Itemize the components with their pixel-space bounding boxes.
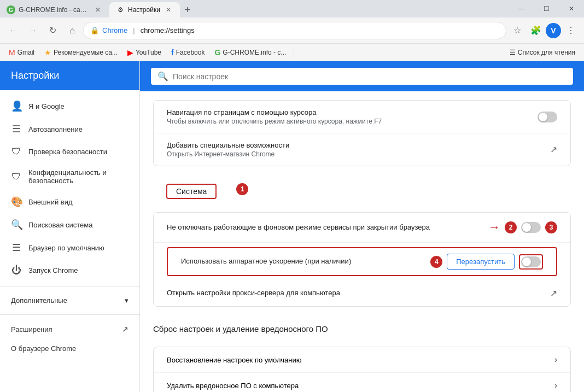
sidebar-item-security[interactable]: 🛡 Проверка безопасности [0, 141, 139, 163]
gmail-icon: M [9, 48, 15, 57]
restart-button[interactable]: Перезапустить [447, 254, 515, 270]
tab-gchrome-close[interactable]: ✕ [93, 5, 103, 15]
background-services-toggle[interactable] [521, 222, 541, 233]
sidebar-nav: 👤 Я и Google ☰ Автозаполнение 🛡 Проверка… [0, 90, 139, 362]
sidebar-extensions-label: Расширения [11, 325, 52, 334]
sidebar-item-extensions[interactable]: Расширения ↗ [0, 319, 139, 339]
accessibility-external-icon[interactable]: ↗ [550, 144, 557, 155]
bookmark-gchrome[interactable]: G G-CHROME.info - с... [210, 46, 290, 59]
window-controls: — ☐ ✕ [509, 0, 584, 17]
remove-chevron-icon: › [554, 381, 557, 390]
proxy-external-icon[interactable]: ↗ [550, 288, 557, 299]
search-bar-area: 🔍 [140, 61, 584, 91]
reading-list-label: Список для чтения [518, 49, 575, 56]
main-layout: Настройки 👤 Я и Google ☰ Автозаполнение … [0, 61, 584, 392]
tab-gchrome[interactable]: G G-CHROME.info - сайт о браузе... ✕ [0, 2, 109, 17]
sidebar: Настройки 👤 Я и Google ☰ Автозаполнение … [0, 61, 140, 392]
startup-icon: ⏻ [11, 265, 22, 276]
navigation-title: Навигация по страницам с помощью курсора [167, 108, 529, 116]
tab-settings-close[interactable]: ✕ [163, 5, 173, 15]
sidebar-additional-label: Дополнительные [11, 296, 67, 305]
tab-gchrome-label: G-CHROME.info - сайт о браузе... [19, 6, 90, 14]
recommended-icon: ★ [44, 48, 51, 57]
toolbar-icons: ☆ 🧩 V ⋮ [509, 22, 580, 39]
bookmark-gchrome-label: G-CHROME.info - с... [223, 49, 286, 56]
proxy-title: Открыть настройки прокси-сервера для ком… [167, 289, 541, 297]
sidebar-item-privacy[interactable]: 🛡 Конфиденциальность и безопасность [0, 163, 139, 190]
url-prefix: Chrome [102, 26, 127, 34]
sidebar-item-me-google-label: Я и Google [28, 102, 65, 110]
background-services-row: Не отключать работающие в фоновом режиме… [154, 213, 570, 243]
bookmark-facebook-label: Facebook [176, 49, 205, 56]
sidebar-additional[interactable]: Дополнительные ▾ [0, 291, 139, 310]
forward-button[interactable]: → [24, 22, 42, 39]
url-bar[interactable]: 🔒 Chrome | chrome://settings [83, 22, 506, 39]
bookmark-facebook[interactable]: f Facebook [167, 46, 209, 59]
accessibility-row: Добавить специальные возможности Открыть… [154, 133, 570, 166]
menu-button[interactable]: ⋮ [562, 22, 580, 39]
search-icon: 🔍 [157, 71, 168, 81]
privacy-icon: 🛡 [11, 171, 22, 183]
gchrome-favicon: G [7, 5, 15, 14]
chevron-down-icon: ▾ [125, 296, 129, 305]
back-button[interactable]: ← [4, 22, 22, 39]
profile-button[interactable]: V [546, 23, 561, 38]
hw-accel-title: Использовать аппаратное ускорение (при н… [181, 257, 351, 265]
search-input[interactable] [173, 72, 567, 81]
proxy-info: Открыть настройки прокси-сервера для ком… [167, 289, 550, 298]
system-label[interactable]: Система [166, 184, 217, 199]
settings-content: Навигация по страницам с помощью курсора… [140, 100, 584, 392]
reading-list-button[interactable]: ☰ Список для чтения [505, 46, 580, 58]
tab-settings-label: Настройки [128, 6, 160, 14]
navigation-toggle[interactable] [538, 112, 557, 122]
hw-accel-toggle-border [519, 254, 543, 270]
sidebar-item-appearance[interactable]: 🎨 Внешний вид [0, 190, 139, 213]
sidebar-item-appearance-label: Внешний вид [28, 198, 73, 206]
accessibility-info: Добавить специальные возможности Открыть… [167, 141, 550, 158]
close-button[interactable]: ✕ [559, 0, 584, 17]
sidebar-item-startup-label: Запуск Chrome [28, 266, 78, 274]
maximize-button[interactable]: ☐ [534, 0, 559, 17]
me-google-icon: 👤 [11, 100, 22, 112]
bookmark-gmail[interactable]: M Gmail [4, 46, 39, 59]
reload-button[interactable]: ↻ [44, 22, 61, 39]
sidebar-item-privacy-label: Конфиденциальность и безопасность [28, 168, 129, 185]
background-services-info: Не отключать работающие в фоновом режиме… [167, 223, 488, 232]
system-section-wrapper: Система 1 Не отключать работающие в фоно… [140, 175, 584, 392]
home-button[interactable]: ⌂ [63, 22, 81, 39]
sidebar-item-me-google[interactable]: 👤 Я и Google [0, 95, 139, 118]
extensions-button[interactable]: 🧩 [527, 22, 545, 39]
bookmarks-bar: M Gmail ★ Рекомендуемые ca... ▶ YouTube … [0, 44, 584, 61]
sidebar-item-autofill[interactable]: ☰ Автозаполнение [0, 118, 139, 141]
navigation-info: Навигация по страницам с помощью курсора… [167, 108, 538, 125]
sidebar-item-browser[interactable]: ☰ Браузер по умолчанию [0, 236, 139, 259]
appearance-icon: 🎨 [11, 196, 22, 208]
hw-accel-row: Использовать аппаратное ускорение (при н… [167, 247, 557, 276]
lock-icon: 🔒 [90, 26, 99, 34]
arrow-icon: → [488, 220, 500, 235]
hw-accel-wrapper: Использовать аппаратное ускорение (при н… [154, 243, 570, 280]
sidebar-divider [0, 286, 139, 286]
remove-malware-row[interactable]: Удалить вредоносное ПО с компьютера › [154, 373, 570, 392]
security-icon: 🛡 [11, 146, 22, 157]
new-tab-button[interactable]: + [180, 2, 195, 17]
reading-list-icon: ☰ [510, 49, 516, 56]
bookmark-recommended[interactable]: ★ Рекомендуемые ca... [40, 46, 122, 59]
sidebar-item-search[interactable]: 🔍 Поисковая система [0, 213, 139, 236]
star-button[interactable]: ☆ [509, 22, 526, 39]
hw-accel-toggle[interactable] [521, 256, 541, 267]
sidebar-item-security-label: Проверка безопасности [28, 148, 107, 156]
youtube-icon: ▶ [127, 48, 133, 57]
bookmark-youtube[interactable]: ▶ YouTube [123, 46, 166, 59]
content-area: 🔍 Навигация по страницам с помощью курсо… [140, 61, 584, 392]
sidebar-item-startup[interactable]: ⏻ Запуск Chrome [0, 259, 139, 282]
restore-defaults-row[interactable]: Восстановление настроек по умолчанию › [154, 347, 570, 373]
tab-settings[interactable]: ⚙ Настройки ✕ [109, 2, 180, 17]
addressbar: ← → ↻ ⌂ 🔒 Chrome | chrome://settings ☆ 🧩… [0, 17, 584, 44]
background-services-title: Не отключать работающие в фоновом режиме… [167, 223, 480, 231]
minimize-button[interactable]: — [509, 0, 534, 17]
sidebar-item-about[interactable]: О браузере Chrome [0, 339, 139, 358]
reset-section-title: Сброс настроек и удаление вредоносного П… [140, 315, 584, 338]
search-box[interactable]: 🔍 [151, 68, 573, 85]
accessibility-title: Добавить специальные возможности [167, 141, 541, 149]
